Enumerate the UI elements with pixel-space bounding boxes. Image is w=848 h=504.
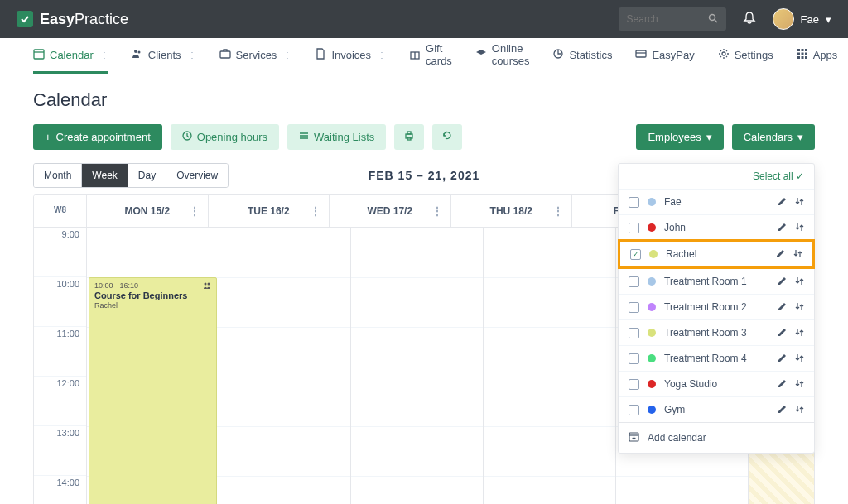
notification-bell-icon[interactable] [743,11,756,27]
nav-clients[interactable]: Clients⋮ [132,38,196,74]
nav-statistics[interactable]: Statistics [552,38,612,74]
opening-hours-button[interactable]: Opening hours [171,124,279,150]
checkbox[interactable] [629,328,639,338]
select-all-button[interactable]: Select all ✓ [619,164,814,189]
day-col-wed[interactable] [351,228,484,504]
edit-icon[interactable] [778,276,787,287]
nav-dots-icon[interactable]: ⋮ [283,50,292,60]
nav-dots-icon[interactable]: ⋮ [100,50,108,60]
calendar-item[interactable]: John [619,214,814,240]
time-label: 9:00 [34,228,86,277]
day-menu-icon[interactable]: ⋮ [311,205,320,217]
nav-easypay[interactable]: EasyPay [635,38,694,74]
edit-icon[interactable] [778,405,787,415]
check-all-icon: ✓ [796,170,804,182]
checkbox[interactable] [629,302,639,313]
nav-calendar[interactable]: Calendar⋮ [33,38,108,74]
swap-icon[interactable] [795,302,804,313]
tab-month[interactable]: Month [34,164,82,187]
event-sub: Rachel [94,301,211,310]
tab-overview[interactable]: Overview [166,164,228,187]
search-icon [708,13,718,26]
calendar-item[interactable]: Treatment Room 3 [619,319,814,345]
checkbox[interactable] [629,197,639,208]
checkbox[interactable]: ✓ [630,249,641,260]
refresh-button[interactable] [432,124,462,150]
employees-dropdown[interactable]: Employees ▾ [636,124,723,150]
event-course[interactable]: 10:00 - 16:10 Course for Beginners Rache… [89,277,217,504]
swap-icon[interactable] [795,197,804,208]
edit-icon[interactable] [778,302,787,313]
day-col-thu[interactable] [484,228,616,504]
checkbox[interactable] [629,223,639,233]
day-menu-icon[interactable]: ⋮ [432,205,442,217]
tab-week[interactable]: Week [82,164,128,187]
svg-rect-21 [805,56,807,59]
nav-invoices[interactable]: Invoices⋮ [315,38,386,74]
calendar-item[interactable]: Treatment Room 1 [619,268,814,294]
day-col-tue[interactable] [219,228,352,504]
caret-down-icon: ▾ [706,131,712,143]
edit-icon[interactable] [778,197,787,208]
print-button[interactable] [394,124,424,150]
svg-rect-2 [34,50,44,59]
plus-icon: + [45,131,51,143]
calendars-dropdown[interactable]: Calendars ▾ [732,124,815,150]
svg-rect-27 [407,132,411,134]
nav-online[interactable]: Online courses [475,38,530,74]
svg-point-12 [722,52,725,55]
user-menu[interactable]: Fae ▾ [773,8,831,30]
calendar-item[interactable]: Treatment Room 4 [619,345,814,371]
edit-icon[interactable] [776,249,785,260]
time-label: 13:00 [34,426,86,476]
create-appointment-button[interactable]: + Create appointment [33,124,162,150]
swap-icon[interactable] [793,249,802,260]
swap-icon[interactable] [795,405,804,415]
document-icon [315,48,326,62]
nav-settings[interactable]: Settings [718,38,773,74]
calendar-item[interactable]: Gym [619,396,814,422]
calendars-panel: Select all ✓ FaeJohn✓RachelTreatment Roo… [618,163,815,454]
search-input[interactable] [627,13,693,25]
swap-icon[interactable] [795,353,804,364]
svg-point-29 [204,283,206,286]
search-box[interactable] [619,7,726,31]
swap-icon[interactable] [795,379,804,390]
week-number: W8 [34,195,87,227]
day-col-mon[interactable]: 10:00 - 16:10 Course for Beginners Rache… [87,228,219,504]
edit-icon[interactable] [778,223,787,233]
checkbox[interactable] [629,353,639,364]
calendar-item[interactable]: Yoga Studio [619,371,814,396]
tab-day[interactable]: Day [128,164,166,187]
checkbox[interactable] [629,379,639,390]
calendar-item[interactable]: Fae [619,189,814,214]
event-time: 10:00 - 16:10 [94,281,211,290]
time-label: 12:00 [34,377,86,426]
gift-icon [409,48,421,62]
day-menu-icon[interactable]: ⋮ [190,205,200,217]
checkbox[interactable] [629,405,639,415]
swap-icon[interactable] [795,328,804,338]
edit-icon[interactable] [778,353,787,364]
calendar-item[interactable]: Treatment Room 2 [619,294,814,319]
add-calendar-button[interactable]: Add calendar [619,422,814,453]
swap-icon[interactable] [795,223,804,233]
waiting-lists-button[interactable]: Waiting Lists [287,124,386,150]
logo[interactable]: EasyPractice [17,11,128,28]
time-column: 9:00 10:00 11:00 12:00 13:00 14:00 [34,228,87,504]
checkbox[interactable] [629,276,639,287]
edit-icon[interactable] [778,379,787,390]
nav-dots-icon[interactable]: ⋮ [378,50,386,60]
nav-dots-icon[interactable]: ⋮ [188,50,196,60]
calendar-item[interactable]: ✓Rachel [618,239,815,269]
nav-services[interactable]: Services⋮ [219,38,292,74]
brand-bold: Easy [40,11,75,27]
nav-giftcards[interactable]: Gift cards [409,38,452,74]
day-menu-icon[interactable]: ⋮ [553,205,563,217]
color-dot [648,380,656,388]
caret-down-icon: ▾ [797,131,803,143]
edit-icon[interactable] [778,328,787,338]
nav-apps[interactable]: Apps [797,38,838,74]
calendar-name: Rachel [666,248,768,260]
swap-icon[interactable] [795,276,804,287]
